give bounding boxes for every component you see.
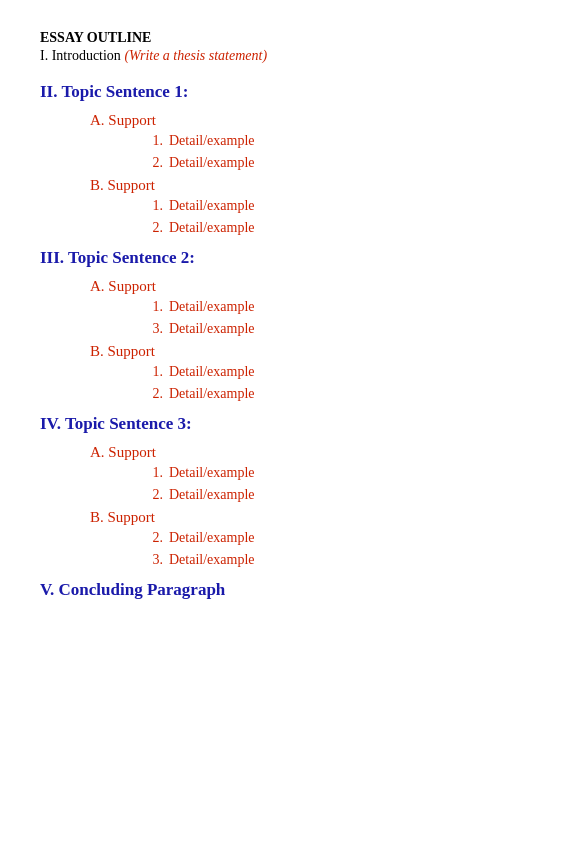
- detail-num: 2.: [145, 487, 163, 503]
- detail-text: Detail/example: [169, 155, 255, 171]
- detail-text: Detail/example: [169, 465, 255, 481]
- detail-list-3-1: 1.Detail/example2.Detail/example: [145, 465, 531, 503]
- support-label-1-2: B. Support: [90, 177, 531, 194]
- detail-text: Detail/example: [169, 133, 255, 149]
- detail-text: Detail/example: [169, 530, 255, 546]
- support-1-2: B. Support1.Detail/example2.Detail/examp…: [40, 177, 531, 236]
- detail-text: Detail/example: [169, 198, 255, 214]
- detail-num: 3.: [145, 552, 163, 568]
- detail-item: 2.Detail/example: [145, 220, 531, 236]
- detail-list-1-2: 1.Detail/example2.Detail/example: [145, 198, 531, 236]
- introduction-label: I. Introduction: [40, 48, 121, 63]
- detail-item: 3.Detail/example: [145, 552, 531, 568]
- introduction-line: I. Introduction (Write a thesis statemen…: [40, 48, 531, 64]
- support-label-3-1: A. Support: [90, 444, 531, 461]
- section-3: IV. Topic Sentence 3:A. Support1.Detail/…: [40, 414, 531, 568]
- detail-num: 1.: [145, 299, 163, 315]
- detail-num: 3.: [145, 321, 163, 337]
- detail-num: 1.: [145, 364, 163, 380]
- support-3-2: B. Support2.Detail/example3.Detail/examp…: [40, 509, 531, 568]
- detail-item: 1.Detail/example: [145, 133, 531, 149]
- introduction-italic: (Write a thesis statement): [121, 48, 267, 63]
- support-2-1: A. Support1.Detail/example3.Detail/examp…: [40, 278, 531, 337]
- section-heading-1: II. Topic Sentence 1:: [40, 82, 531, 102]
- support-label-3-2: B. Support: [90, 509, 531, 526]
- support-label-2-1: A. Support: [90, 278, 531, 295]
- detail-text: Detail/example: [169, 220, 255, 236]
- detail-item: 1.Detail/example: [145, 364, 531, 380]
- section-2: III. Topic Sentence 2:A. Support1.Detail…: [40, 248, 531, 402]
- detail-num: 1.: [145, 198, 163, 214]
- support-label-2-2: B. Support: [90, 343, 531, 360]
- detail-item: 1.Detail/example: [145, 198, 531, 214]
- detail-num: 1.: [145, 465, 163, 481]
- detail-num: 2.: [145, 386, 163, 402]
- detail-num: 2.: [145, 155, 163, 171]
- detail-item: 1.Detail/example: [145, 465, 531, 481]
- page: ESSAY OUTLINE I. Introduction (Write a t…: [0, 0, 571, 630]
- detail-item: 1.Detail/example: [145, 299, 531, 315]
- sections-container: II. Topic Sentence 1:A. Support1.Detail/…: [40, 82, 531, 568]
- detail-text: Detail/example: [169, 552, 255, 568]
- support-3-1: A. Support1.Detail/example2.Detail/examp…: [40, 444, 531, 503]
- section-1: II. Topic Sentence 1:A. Support1.Detail/…: [40, 82, 531, 236]
- support-2-2: B. Support1.Detail/example2.Detail/examp…: [40, 343, 531, 402]
- detail-list-3-2: 2.Detail/example3.Detail/example: [145, 530, 531, 568]
- detail-list-2-1: 1.Detail/example3.Detail/example: [145, 299, 531, 337]
- detail-text: Detail/example: [169, 386, 255, 402]
- support-label-1-1: A. Support: [90, 112, 531, 129]
- page-title: ESSAY OUTLINE: [40, 30, 531, 46]
- section-heading-2: III. Topic Sentence 2:: [40, 248, 531, 268]
- detail-item: 2.Detail/example: [145, 530, 531, 546]
- detail-num: 1.: [145, 133, 163, 149]
- detail-text: Detail/example: [169, 321, 255, 337]
- detail-item: 3.Detail/example: [145, 321, 531, 337]
- detail-text: Detail/example: [169, 487, 255, 503]
- detail-num: 2.: [145, 530, 163, 546]
- detail-text: Detail/example: [169, 364, 255, 380]
- support-1-1: A. Support1.Detail/example2.Detail/examp…: [40, 112, 531, 171]
- section-heading-3: IV. Topic Sentence 3:: [40, 414, 531, 434]
- detail-list-1-1: 1.Detail/example2.Detail/example: [145, 133, 531, 171]
- concluding-paragraph: V. Concluding Paragraph: [40, 580, 531, 600]
- detail-text: Detail/example: [169, 299, 255, 315]
- detail-item: 2.Detail/example: [145, 155, 531, 171]
- detail-num: 2.: [145, 220, 163, 236]
- detail-list-2-2: 1.Detail/example2.Detail/example: [145, 364, 531, 402]
- detail-item: 2.Detail/example: [145, 487, 531, 503]
- detail-item: 2.Detail/example: [145, 386, 531, 402]
